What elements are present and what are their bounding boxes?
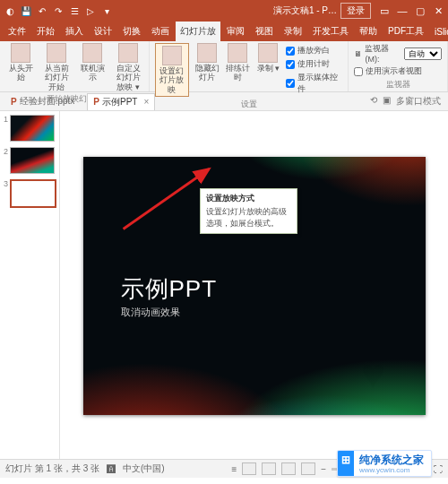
tab-transitions[interactable]: 切换	[118, 22, 145, 41]
ribbon: 从头开始 从当前幻灯片开始 联机演示 自定义幻灯片放映 ▾ 开始放映幻灯片 设置…	[0, 41, 448, 92]
view-sorter-icon[interactable]	[262, 462, 276, 475]
ribbon-tabs: 文件 开始 插入 设计 切换 动画 幻灯片放 审阅 视图 录制 开发工具 帮助 …	[0, 22, 448, 41]
chk-narration[interactable]: 播放旁白	[286, 45, 342, 56]
grid-icon[interactable]: ▣	[383, 95, 391, 108]
titlebar: ◐ 💾 ↶ ↷ ☰ ▷ ▾ 演示文稿1 - P… 登录 ▭ ― ▢ ✕	[0, 0, 448, 22]
site-watermark: ⊞ 纯净系统之家 www.ycwin.com	[337, 450, 432, 477]
slide-subtitle[interactable]: 取消动画效果	[121, 306, 180, 319]
watermark-domain: www.ycwin.com	[359, 466, 424, 474]
pptx-file-icon: P	[93, 97, 99, 107]
monitor-icon: 🖥	[354, 49, 362, 58]
rehearse-button[interactable]: 排练计时	[225, 43, 250, 82]
quick-access-toolbar: ◐ 💾 ↶ ↷ ☰ ▷ ▾	[4, 4, 113, 17]
from-current-button[interactable]: 从当前幻灯片开始	[41, 43, 72, 91]
thumb-3[interactable]: 3	[3, 179, 56, 208]
custom-show-button[interactable]: 自定义幻灯片放映 ▾	[113, 43, 143, 91]
save-icon[interactable]: 💾	[20, 4, 32, 17]
record-button[interactable]: 录制 ▾	[255, 43, 280, 73]
ribbon-group-monitor: 🖥监视器(M):自动 使用演示者视图 监视器	[349, 41, 448, 91]
tab-record[interactable]: 录制	[280, 22, 306, 41]
hide-slide-button[interactable]: 隐藏幻灯片	[194, 43, 220, 82]
tab-islide[interactable]: iSlide	[430, 22, 448, 41]
slide-title[interactable]: 示例PPT	[121, 273, 218, 305]
tab-animations[interactable]: 动画	[147, 22, 174, 41]
chk-media-controls[interactable]: 显示媒体控件	[286, 72, 342, 95]
redo-icon[interactable]: ↷	[52, 4, 65, 17]
tooltip-body: 设置幻灯片放映的高级选项，如展台模式。	[206, 206, 291, 229]
title-area: 演示文稿1 - P… 登录	[113, 3, 371, 19]
chk-timings[interactable]: 使用计时	[286, 58, 342, 70]
ribbon-group-setup: 设置幻灯片放映 隐藏幻灯片 排练计时 录制 ▾ 播放旁白 使用计时 显示媒体控件…	[150, 41, 349, 91]
view-reading-icon[interactable]	[281, 462, 296, 475]
multiwindow-button[interactable]: 多窗口模式	[396, 95, 441, 108]
document-title: 演示文稿1 - P…	[273, 4, 337, 17]
watermark-brand: 纯净系统之家	[359, 454, 424, 466]
tab-close-icon[interactable]: ×	[143, 97, 149, 107]
minimize-icon[interactable]: ―	[396, 4, 409, 17]
thumb-2[interactable]: 2	[3, 147, 56, 174]
windows-logo-icon: ⊞	[341, 454, 350, 466]
zoom-out-icon[interactable]: −	[321, 464, 326, 474]
doc-tab-0[interactable]: P经验封面.pptx	[5, 93, 80, 109]
tab-pdf[interactable]: PDF工具	[383, 22, 428, 41]
notes-button[interactable]: ≡	[231, 464, 237, 474]
group-label-monitor: 监视器	[386, 79, 410, 91]
setup-tooltip: 设置放映方式 设置幻灯片放映的高级选项，如展台模式。	[200, 188, 297, 234]
autosave-toggle[interactable]: ◐	[4, 4, 16, 17]
thumbnail-pane[interactable]: 1 2 3	[0, 111, 60, 459]
view-slideshow-icon[interactable]	[301, 462, 315, 475]
start-show-icon[interactable]: ▷	[84, 4, 97, 17]
slide-canvas[interactable]: 设置放映方式 设置幻灯片放映的高级选项，如展台模式。 示例PPT 取消动画效果 …	[60, 111, 448, 459]
tab-developer[interactable]: 开发工具	[308, 22, 353, 41]
tab-view[interactable]: 视图	[251, 22, 278, 41]
setup-slideshow-button[interactable]: 设置幻灯片放映	[155, 43, 189, 97]
monitor-select[interactable]: 自动	[404, 48, 442, 60]
tab-insert[interactable]: 插入	[61, 22, 88, 41]
from-beginning-button[interactable]: 从头开始	[5, 43, 36, 82]
doc-tab-1[interactable]: P示例PPT×	[87, 93, 155, 110]
spellcheck-icon[interactable]: 🅰	[107, 464, 116, 474]
tab-home[interactable]: 开始	[32, 22, 59, 41]
login-button[interactable]: 登录	[340, 3, 371, 19]
chk-presenter-view[interactable]: 使用演示者视图	[354, 65, 442, 77]
fit-window-icon[interactable]: ⛶	[434, 464, 443, 474]
tooltip-title: 设置放映方式	[206, 193, 291, 204]
pptx-file-icon: P	[11, 97, 17, 107]
tab-file[interactable]: 文件	[4, 22, 30, 41]
ribbon-group-start: 从头开始 从当前幻灯片开始 联机演示 自定义幻灯片放映 ▾ 开始放映幻灯片	[0, 41, 150, 91]
thumb-1[interactable]: 1	[3, 115, 56, 142]
slide-counter[interactable]: 幻灯片 第 1 张，共 3 张	[5, 462, 99, 475]
maximize-icon[interactable]: ▢	[414, 4, 426, 17]
svg-line-0	[124, 169, 210, 229]
tab-help[interactable]: 帮助	[355, 22, 382, 41]
undo-icon[interactable]: ↶	[36, 4, 48, 17]
view-normal-icon[interactable]	[242, 462, 256, 475]
ribbon-options-icon[interactable]: ▭	[378, 4, 391, 17]
group-label-setup: 设置	[241, 99, 257, 110]
refresh-icon[interactable]: ⟲	[370, 95, 377, 108]
tab-design[interactable]: 设计	[90, 22, 116, 41]
monitor-label: 监视器(M):	[365, 43, 401, 64]
touch-mode-icon[interactable]: ☰	[68, 4, 81, 17]
language-indicator[interactable]: 中文(中国)	[123, 462, 165, 475]
window-controls: ▭ ― ▢ ✕	[371, 4, 444, 17]
tab-review[interactable]: 审阅	[222, 22, 249, 41]
close-icon[interactable]: ✕	[432, 4, 444, 17]
present-online-button[interactable]: 联机演示	[77, 43, 108, 82]
workspace: 1 2 3 设置放映方式 设置幻灯片放映的高级选项，如展台模式。 示例PPT 取…	[0, 111, 448, 459]
qat-more-icon[interactable]: ▾	[100, 4, 113, 17]
tab-slideshow[interactable]: 幻灯片放	[176, 22, 220, 41]
setup-checkboxes: 播放旁白 使用计时 显示媒体控件	[286, 43, 342, 95]
